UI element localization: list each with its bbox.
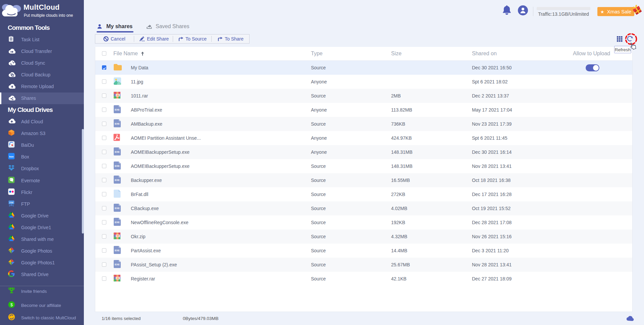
svg-text:EXE: EXE [115,150,120,153]
svg-text:EXE: EXE [115,263,120,266]
svg-text:$: $ [10,302,13,307]
svg-text:EXE: EXE [115,249,120,252]
svg-text:FTP: FTP [9,201,13,203]
svg-text:EXE: EXE [115,108,120,111]
svg-text:EXE: EXE [115,165,120,168]
svg-text:EXE: EXE [115,179,120,182]
svg-text:EXE: EXE [115,122,120,125]
svg-text:EXE: EXE [115,221,120,224]
svg-text:box: box [9,155,14,158]
svg-text:EXE: EXE [115,207,120,210]
